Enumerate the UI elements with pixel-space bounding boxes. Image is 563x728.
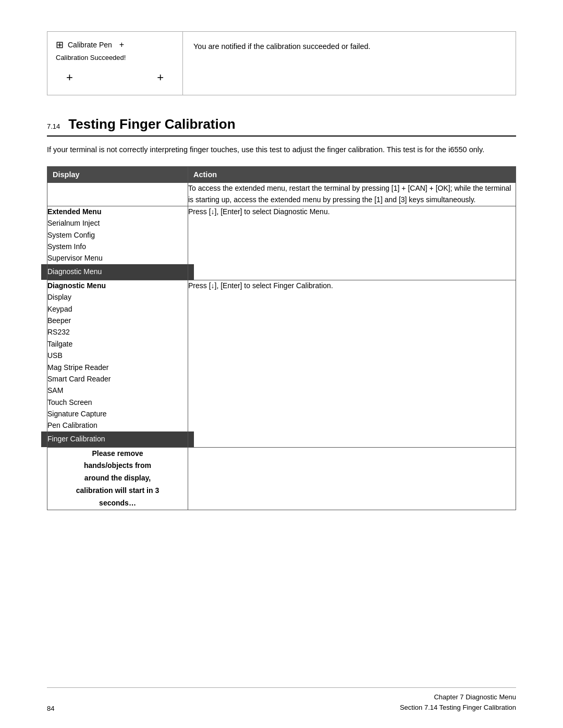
menu-item-serialnum: Serialnum Inject	[47, 217, 188, 229]
row-extended-display: Extended Menu Serialnum Inject System Co…	[47, 206, 188, 280]
row-please-remove-action	[188, 447, 516, 510]
plus-top-right: +	[119, 40, 124, 50]
please-remove-cell: Please removehands/objects fromaround th…	[47, 447, 188, 510]
menu-item-display: Display	[47, 291, 188, 303]
please-remove-text: Please removehands/objects fromaround th…	[76, 449, 159, 507]
plus-bottom-left: +	[66, 71, 73, 84]
menu-item-beeper: Beeper	[47, 315, 188, 326]
menu-item-usb: USB	[47, 350, 188, 361]
diagnostic-menu-label: Diagnostic Menu	[47, 281, 106, 290]
table-row-intro: To access the extended menu, restart the…	[47, 183, 516, 206]
section-title: Testing Finger Calibration	[68, 116, 235, 132]
grid-icon: ⊞	[56, 39, 64, 51]
row-extended-action: Press [↓], [Enter] to select Diagnostic …	[188, 206, 516, 280]
plus-bottom-right: +	[157, 71, 164, 84]
page-number: 84	[47, 705, 54, 712]
table-row-extended-menu: Extended Menu Serialnum Inject System Co…	[47, 206, 516, 280]
menu-item-smart-card: Smart Card Reader	[47, 373, 188, 385]
menu-item-mag-stripe: Mag Stripe Reader	[47, 362, 188, 373]
menu-item-tailgate: Tailgate	[47, 338, 188, 350]
section-heading: 7.14 Testing Finger Calibration	[47, 116, 516, 137]
menu-item-signature: Signature Capture	[47, 408, 188, 419]
row-diagnostic-action: Press [↓], [Enter] to select Finger Cali…	[188, 280, 516, 447]
table-header-row: Display Action	[47, 167, 516, 183]
calibration-box: ⊞ Calibrate Pen + Calibration Succeeded!…	[47, 31, 516, 95]
row-intro-action: To access the extended menu, restart the…	[188, 183, 516, 206]
footer-chapter: Chapter 7 Diagnostic Menu	[400, 692, 516, 702]
menu-item-rs232: RS232	[47, 326, 188, 338]
calibration-box-left: ⊞ Calibrate Pen + Calibration Succeeded!…	[47, 32, 183, 95]
menu-item-touch-screen: Touch Screen	[47, 397, 188, 408]
menu-item-supervisor: Supervisor Menu	[47, 252, 188, 264]
main-table: Display Action To access the extended me…	[47, 166, 516, 510]
table-row-please-remove: Please removehands/objects fromaround th…	[47, 447, 516, 510]
calibration-box-right: You are notified if the calibration succ…	[183, 32, 516, 95]
extended-menu-items: Serialnum Inject System Config System In…	[47, 217, 188, 264]
menu-item-sam: SAM	[47, 385, 188, 396]
section-description: If your terminal is not correctly interp…	[47, 144, 516, 156]
calibrate-pen-label: Calibrate Pen	[68, 41, 112, 49]
diagnostic-menu-highlight: Diagnostic Menu	[41, 264, 194, 280]
diagnostic-menu-items: Display Keypad Beeper RS232 Tailgate USB…	[47, 291, 188, 431]
page-footer: 84 Chapter 7 Diagnostic Menu Section 7.1…	[47, 687, 516, 712]
row-intro-display	[47, 183, 188, 206]
footer-section: Section 7.14 Testing Finger Calibration	[400, 702, 516, 713]
extended-menu-label: Extended Menu	[47, 207, 101, 216]
menu-item-keypad: Keypad	[47, 303, 188, 315]
header-action: Action	[188, 167, 516, 183]
section-number: 7.14	[47, 122, 60, 130]
calibration-succeeded-label: Calibration Succeeded!	[56, 54, 174, 61]
finger-calibration-highlight: Finger Calibration	[41, 431, 194, 447]
table-row-diagnostic-menu: Diagnostic Menu Display Keypad Beeper RS…	[47, 280, 516, 447]
footer-right: Chapter 7 Diagnostic Menu Section 7.14 T…	[400, 692, 516, 712]
calibration-result-text: You are notified if the calibration succ…	[193, 42, 371, 51]
menu-item-system-info: System Info	[47, 241, 188, 252]
menu-item-pen-cal: Pen Calibration	[47, 419, 188, 431]
row-diagnostic-display: Diagnostic Menu Display Keypad Beeper RS…	[47, 280, 188, 447]
menu-item-system-config: System Config	[47, 229, 188, 241]
header-display: Display	[47, 167, 188, 183]
